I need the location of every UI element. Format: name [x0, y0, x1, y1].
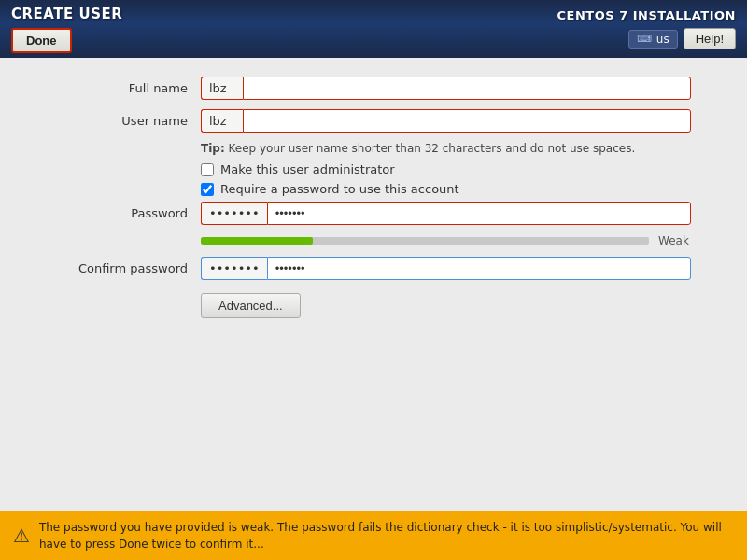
fullname-label: Full name	[56, 81, 201, 95]
advanced-button[interactable]: Advanced...	[201, 293, 301, 318]
confirm-input-wrapper: •••••••	[201, 257, 691, 280]
main-content: Full name lbz User name lbz Tip: Keep yo…	[0, 58, 747, 515]
tip-row: Tip: Keep your user name shorter than 32…	[201, 142, 691, 155]
username-label: User name	[56, 114, 201, 128]
admin-checkbox[interactable]	[201, 163, 214, 176]
password-checkbox-label: Require a password to use this account	[220, 182, 459, 196]
fullname-row: Full name lbz	[56, 77, 691, 100]
warning-icon: ⚠	[13, 525, 30, 547]
warning-text: The password you have provided is weak. …	[39, 519, 734, 553]
help-button[interactable]: Help!	[684, 28, 736, 49]
keyboard-widget[interactable]: ⌨ us	[628, 30, 678, 49]
password-label: Password	[56, 206, 201, 220]
tip-text: Keep your user name shorter than 32 char…	[225, 142, 636, 155]
tip-bold: Tip:	[201, 142, 225, 155]
username-row: User name lbz	[56, 109, 691, 133]
username-input-wrapper: lbz	[201, 109, 691, 133]
header: CREATE USER Done CENTOS 7 INSTALLATION ⌨…	[0, 0, 747, 58]
confirm-password-row: Confirm password •••••••	[56, 257, 691, 280]
username-prefix: lbz	[201, 109, 243, 133]
password-input-wrapper: •••••••	[201, 202, 691, 225]
header-right: CENTOS 7 INSTALLATION ⌨ us Help!	[557, 8, 736, 49]
header-controls: ⌨ us Help!	[628, 28, 736, 49]
confirm-password-input[interactable]	[267, 257, 691, 280]
done-button[interactable]: Done	[11, 28, 72, 53]
fullname-input-wrapper: lbz	[201, 77, 691, 100]
password-prefix: •••••••	[201, 202, 267, 225]
page-title: CREATE USER	[11, 6, 122, 22]
strength-label: Weak	[658, 234, 691, 247]
keyboard-icon: ⌨	[637, 33, 652, 45]
confirm-password-label: Confirm password	[56, 261, 201, 275]
username-input[interactable]	[243, 109, 691, 133]
password-checkbox[interactable]	[201, 183, 214, 196]
admin-checkbox-row[interactable]: Make this user administrator	[201, 162, 691, 176]
centos-title: CENTOS 7 INSTALLATION	[557, 8, 736, 22]
strength-row: Weak	[201, 234, 691, 247]
password-checkbox-row[interactable]: Require a password to use this account	[201, 182, 691, 196]
header-left: CREATE USER Done	[11, 6, 122, 53]
password-row: Password •••••••	[56, 202, 691, 225]
confirm-password-prefix: •••••••	[201, 257, 267, 280]
strength-bar-fill	[201, 237, 313, 245]
fullname-prefix: lbz	[201, 77, 243, 100]
keyboard-lang: us	[656, 33, 669, 46]
fullname-input[interactable]	[243, 77, 691, 100]
strength-bar-bg	[201, 237, 649, 245]
admin-checkbox-label: Make this user administrator	[220, 162, 395, 176]
advanced-row: Advanced...	[201, 293, 691, 318]
warning-bar: ⚠ The password you have provided is weak…	[0, 511, 747, 560]
password-input[interactable]	[267, 202, 691, 225]
